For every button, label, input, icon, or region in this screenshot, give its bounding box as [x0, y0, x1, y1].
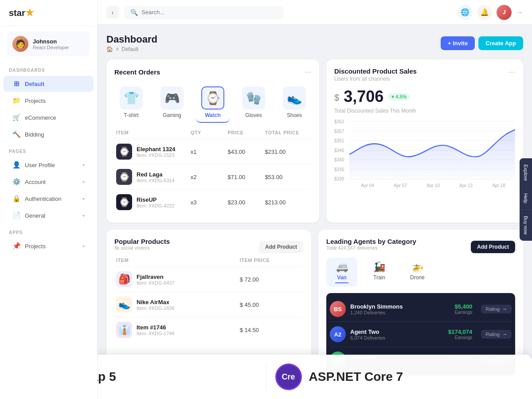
cart-icon: 🛒: [12, 113, 20, 121]
sidebar-item-ecommerce[interactable]: 🛒 eCommerce: [4, 110, 94, 125]
products-subtitle: 8k social visitors: [114, 245, 170, 250]
sidebar-item-general[interactable]: 📄 General ▾: [4, 207, 94, 223]
sidebar-item-bidding[interactable]: 🔨 Bidding: [4, 126, 94, 142]
products-table-header: ITEM ITEM PRICE: [114, 258, 303, 266]
topbar-avatar[interactable]: J: [497, 5, 512, 20]
item-total: $213.00: [265, 199, 309, 206]
add-product-button[interactable]: Add Product: [259, 241, 303, 253]
breadcrumb-separator: >: [116, 46, 119, 52]
main-area: ‹ 🔍 🌐 🔔 J → Dashboard 🏠 > Default: [98, 0, 532, 399]
tab-tshirt[interactable]: 👕 T-shirt: [114, 83, 148, 123]
product-name: Fjallraven: [137, 274, 175, 280]
train-icon: 🚂: [373, 261, 385, 273]
globe-icon[interactable]: 🌐: [458, 5, 473, 20]
invite-button[interactable]: + Invite: [441, 36, 475, 50]
help-label[interactable]: Help: [520, 187, 532, 210]
user-name: Johnson: [33, 38, 69, 45]
item-qty: x1: [191, 149, 228, 155]
orders-card-header: Recent Orders ···: [114, 67, 311, 77]
sidebar-item-account[interactable]: ⚙️ Account ▾: [4, 174, 94, 190]
tab-train-label: Train: [373, 274, 385, 281]
item-name: Red Laga: [137, 171, 175, 178]
agent-earnings-label: Earnings: [448, 335, 472, 340]
grid-icon: ⊞: [12, 80, 20, 88]
sidebar-item-label: General: [25, 212, 45, 219]
item-info: ⌚ RiseUP Item: #XDG-4222: [116, 194, 191, 210]
user-role: React Developer: [33, 45, 69, 50]
user-avatar: 🧑: [12, 36, 28, 52]
create-app-button[interactable]: Create App: [478, 36, 523, 50]
chart-subtitle: Users from all channels: [334, 76, 417, 82]
tab-tshirt-label: T-shirt: [124, 112, 138, 118]
tab-van[interactable]: 🚐 Van: [326, 258, 357, 287]
topbar-arrow-icon[interactable]: →: [516, 8, 523, 16]
collapse-button[interactable]: ‹: [106, 6, 119, 19]
item-price: $43.00: [228, 149, 265, 155]
chevron-down-icon: ▾: [82, 244, 85, 249]
sidebar: star★ 🧑 Johnson React Developer DASHBOAR…: [0, 0, 98, 399]
banner-overlay: B Bootstrap 5 Cre ASP.NET Core 7: [98, 355, 532, 399]
chevron-down-icon: ▾: [82, 163, 85, 168]
chevron-down-icon: ▾: [82, 213, 85, 218]
sales-value: 3,706: [344, 87, 383, 106]
sidebar-item-apps-projects[interactable]: 📌 Projects ▾: [4, 238, 94, 254]
sidebar-item-label: User Profile: [25, 162, 55, 168]
search-input[interactable]: [141, 9, 278, 16]
search-box[interactable]: 🔍: [124, 6, 284, 19]
bootstrap-text: Bootstrap 5: [98, 370, 116, 384]
item-info: 👔 Item #1746 Item: #XDG-1746: [116, 322, 240, 338]
topbar-right: 🌐 🔔 J →: [458, 5, 523, 20]
user-profile-card[interactable]: 🧑 Johnson React Developer: [7, 31, 90, 56]
tab-drone[interactable]: 🚁 Drone: [401, 258, 434, 287]
tab-shoes[interactable]: 👟 Shoes: [278, 83, 311, 123]
bell-icon[interactable]: 🔔: [477, 5, 492, 20]
chart-area: $362 $357 $351 $346 $340 $335 $330: [334, 119, 515, 188]
arrow-right-icon: →: [502, 332, 507, 337]
tab-gloves[interactable]: 🧤 Gloves: [237, 83, 270, 123]
agent-rating-button[interactable]: Rating →: [481, 305, 512, 313]
discounted-sales-card: Discounted Product Sales Users from all …: [326, 59, 523, 223]
item-image: ⌚: [116, 144, 132, 160]
add-product-button-2[interactable]: Add Product: [471, 241, 515, 253]
gaming-icon: 🎮: [160, 86, 184, 110]
product-id: Item: #XDG-6437: [137, 280, 175, 286]
banner-divider: [266, 364, 266, 390]
user-info: Johnson React Developer: [33, 38, 69, 50]
header-actions: + Invite Create App: [441, 36, 523, 50]
tab-gaming[interactable]: 🎮 Gaming: [155, 83, 189, 123]
products-title-area: Popular Products 8k social visitors: [114, 238, 170, 256]
sidebar-item-user-profile[interactable]: 👤 User Profile ▾: [4, 157, 94, 173]
agent-deliveries: 6,074 Deliveries: [350, 335, 444, 340]
x-axis-labels: Apr 04 Apr 07 Apr 10 Apr 13 Apr 18: [334, 183, 515, 188]
breadcrumb-current: Default: [121, 46, 138, 52]
sidebar-item-authentication[interactable]: 🔒 Authentication ▾: [4, 191, 94, 207]
agent-earnings: $174,074: [448, 329, 472, 335]
bootstrap-banner: B Bootstrap 5: [98, 364, 257, 390]
item-info: 🎒 Fjallraven Item: #XDG-6437: [116, 271, 240, 287]
explore-label[interactable]: Explore: [520, 158, 532, 187]
product-id: Item: #XDG-1836: [137, 305, 175, 311]
col-price: PRICE: [228, 130, 265, 135]
item-price: $71.00: [228, 174, 265, 180]
chart-title: Discounted Product Sales: [334, 67, 417, 75]
tab-watch[interactable]: ⌚ Watch: [196, 83, 230, 123]
products-title: Popular Products: [114, 238, 170, 245]
apps-section-title: APPS: [0, 224, 97, 238]
breadcrumb: 🏠 > Default: [106, 46, 157, 52]
tab-van-label: Van: [337, 274, 346, 281]
orders-menu-icon[interactable]: ···: [305, 67, 311, 77]
shoes-icon: 👟: [283, 86, 306, 110]
agent-earnings: $5,400: [454, 303, 472, 310]
item-price: $23.00: [228, 199, 265, 206]
col-total: TOTAL PRICE: [265, 130, 309, 135]
page-title-area: Dashboard 🏠 > Default: [106, 34, 157, 52]
sidebar-item-default[interactable]: ⊞ Default: [4, 76, 94, 92]
sidebar-item-projects[interactable]: 📁 Projects: [4, 93, 94, 109]
agent-rating-button[interactable]: Rating →: [481, 330, 512, 339]
agent-info: Agent Two 6,074 Deliveries: [350, 329, 444, 340]
tab-train[interactable]: 🚂 Train: [364, 258, 394, 287]
agents-title: Leading Agents by Category: [326, 238, 416, 245]
buy-now-label[interactable]: Buy now: [520, 210, 532, 241]
tab-shoes-label: Shoes: [287, 112, 302, 118]
chart-menu-icon[interactable]: ···: [509, 67, 515, 77]
